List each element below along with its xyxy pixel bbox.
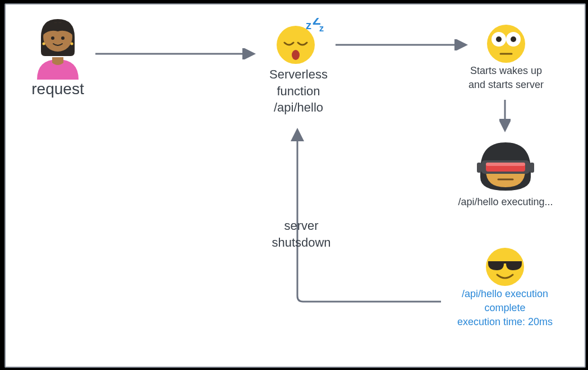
robot-visor-icon — [475, 137, 536, 195]
executing-label: /api/hello executing... — [442, 195, 569, 209]
complete-label-3: execution time: 20ms — [439, 315, 571, 329]
serverless-label-2: function — [251, 83, 346, 100]
svg-point-3 — [43, 43, 45, 45]
svg-point-1 — [51, 36, 54, 40]
complete-label-1: /api/hello execution — [439, 287, 571, 301]
wake-label-2: and starts server — [450, 78, 562, 92]
wake-label-1: Starts wakes up — [450, 64, 562, 78]
shutdown-label-2: shutsdown — [254, 234, 349, 251]
svg-point-7 — [292, 50, 300, 60]
sleepy-face-icon: z Z z — [273, 18, 324, 66]
user-label: request — [16, 80, 100, 99]
user-node: request — [16, 12, 100, 99]
serverless-node: z Z z Serverless function /api/hello — [251, 18, 346, 116]
shutdown-label-1: server — [254, 218, 349, 234]
diagram-canvas: request z Z z Serverless function /api/h… — [4, 3, 586, 368]
arrow-complete-to-serverless — [290, 124, 447, 309]
svg-point-12 — [487, 25, 525, 63]
serverless-label-1: Serverless — [251, 66, 346, 83]
svg-rect-21 — [486, 163, 525, 166]
wide-eyes-face-icon — [484, 21, 529, 64]
svg-rect-23 — [477, 163, 481, 173]
wake-node: Starts wakes up and starts server — [450, 21, 562, 92]
shutdown-node: server shutsdown — [254, 218, 349, 251]
arrow-wake-to-executing — [499, 100, 511, 135]
cool-sunglasses-icon — [483, 244, 527, 287]
svg-rect-24 — [530, 163, 534, 173]
arrow-user-to-serverless — [95, 48, 258, 59]
svg-point-2 — [61, 36, 65, 40]
svg-point-15 — [496, 36, 502, 42]
svg-point-4 — [71, 43, 74, 45]
complete-node: /api/hello execution complete execution … — [439, 244, 571, 330]
serverless-label-3: /api/hello — [251, 99, 346, 116]
complete-label-2: complete — [439, 301, 571, 315]
svg-text:z: z — [306, 19, 311, 31]
svg-text:z: z — [319, 24, 324, 33]
svg-point-16 — [511, 36, 516, 42]
person-icon — [27, 12, 89, 80]
executing-node: /api/hello executing... — [442, 137, 569, 209]
